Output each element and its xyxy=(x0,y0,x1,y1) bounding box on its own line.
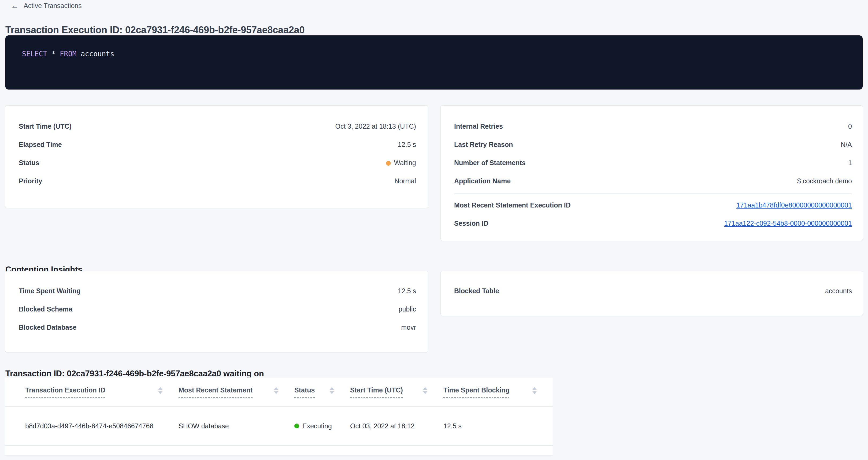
application-name-row: Application Name $ cockroach demo xyxy=(454,172,852,190)
row-label: Internal Retries xyxy=(454,123,503,130)
row-label: Status xyxy=(19,159,39,167)
status-text: Waiting xyxy=(394,159,416,167)
row-label: Number of Statements xyxy=(454,159,526,167)
cell-status: Executing xyxy=(294,422,350,430)
status-row: Status Waiting xyxy=(19,154,416,172)
statement-execution-id-link[interactable]: 171aa1b478fdf0e80000000000000001 xyxy=(736,202,852,209)
sort-arrows-icon[interactable] xyxy=(532,387,537,394)
card-divider xyxy=(454,193,852,193)
transaction-details-page: ← Active Transactions Transaction Execut… xyxy=(0,0,868,460)
sql-keyword: FROM xyxy=(60,50,77,58)
row-value: Oct 3, 2022 at 18:13 (UTC) xyxy=(335,123,416,130)
column-header-time-spent-blocking[interactable]: Time Spent Blocking xyxy=(443,386,553,398)
column-header-label[interactable]: Time Spent Blocking xyxy=(443,386,509,398)
time-spent-blocking-value: 12.5 s xyxy=(443,422,462,430)
column-header-label[interactable]: Status xyxy=(294,386,315,398)
row-value: accounts xyxy=(825,287,852,295)
start-time-row: Start Time (UTC) Oct 3, 2022 at 18:13 (U… xyxy=(19,117,416,135)
page-title: Transaction Execution ID: 02ca7931-f246-… xyxy=(5,25,305,36)
blocked-table-row: Blocked Table accounts xyxy=(454,282,852,300)
back-link-label: Active Transactions xyxy=(24,2,82,9)
row-label: Time Spent Waiting xyxy=(19,287,81,295)
cell-most-recent-statement: SHOW database xyxy=(179,422,294,430)
column-header-transaction-execution-id[interactable]: Transaction Execution ID xyxy=(5,386,179,398)
row-label: Most Recent Statement Execution ID xyxy=(454,202,571,209)
column-header-label[interactable]: Transaction Execution ID xyxy=(25,386,105,398)
blocked-database-row: Blocked Database movr xyxy=(19,318,416,337)
session-id-link[interactable]: 171aa122-c092-54b8-0000-000000000001 xyxy=(724,220,852,227)
transaction-metadata-card: Internal Retries 0 Last Retry Reason N/A… xyxy=(441,105,863,241)
row-value: Normal xyxy=(394,178,416,185)
sql-text: * xyxy=(47,50,60,58)
row-value: 12.5 s xyxy=(398,141,416,149)
most-recent-statement-execution-id-row: Most Recent Statement Execution ID 171aa… xyxy=(454,196,852,214)
blocked-schema-row: Blocked Schema public xyxy=(19,300,416,318)
cell-time-spent-blocking: 12.5 s xyxy=(443,422,553,430)
row-value: public xyxy=(399,306,416,313)
column-header-label[interactable]: Start Time (UTC) xyxy=(350,386,403,398)
transaction-summary-card: Start Time (UTC) Oct 3, 2022 at 18:13 (U… xyxy=(5,105,428,208)
table-row: b8d7d03a-d497-446b-8474-e50846674768 SHO… xyxy=(5,407,553,446)
row-label: Blocked Schema xyxy=(19,306,72,313)
status-text: Executing xyxy=(302,422,332,430)
sql-keyword: SELECT xyxy=(22,50,47,58)
back-to-active-transactions-link[interactable]: ← Active Transactions xyxy=(11,2,82,10)
row-label: Session ID xyxy=(454,220,488,227)
row-value: 12.5 s xyxy=(398,287,416,295)
row-label: Blocked Table xyxy=(454,287,499,295)
time-spent-waiting-row: Time Spent Waiting 12.5 s xyxy=(19,282,416,300)
row-label: Application Name xyxy=(454,178,511,185)
cell-transaction-execution-id: b8d7d03a-d497-446b-8474-e50846674768 xyxy=(5,422,179,430)
sort-arrows-icon[interactable] xyxy=(330,387,334,394)
column-header-most-recent-statement[interactable]: Most Recent Statement xyxy=(179,386,294,398)
column-header-start-time[interactable]: Start Time (UTC) xyxy=(350,386,443,398)
cell-start-time: Oct 03, 2022 at 18:12 xyxy=(350,422,443,430)
sql-statement-box: SELECT * FROM accounts xyxy=(5,35,863,90)
waiting-status-dot-icon xyxy=(386,160,391,165)
row-value: 0 xyxy=(848,123,852,130)
back-arrow-icon: ← xyxy=(11,2,19,10)
column-header-label[interactable]: Most Recent Statement xyxy=(179,386,252,398)
last-retry-reason-row: Last Retry Reason N/A xyxy=(454,135,852,154)
session-id-row: Session ID 171aa122-c092-54b8-0000-00000… xyxy=(454,214,852,233)
row-label: Priority xyxy=(19,178,42,185)
table-header-row: Transaction Execution ID Most Recent Sta… xyxy=(5,377,553,407)
executing-status-dot-icon xyxy=(294,424,299,428)
start-time-value: Oct 03, 2022 at 18:12 xyxy=(350,422,414,430)
contention-details-card: Time Spent Waiting 12.5 s Blocked Schema… xyxy=(5,271,428,352)
internal-retries-row: Internal Retries 0 xyxy=(454,117,852,135)
sql-statement: SELECT * FROM accounts xyxy=(22,50,114,58)
status-value: Waiting xyxy=(386,159,416,167)
row-value: N/A xyxy=(841,141,852,149)
row-value: $ cockroach demo xyxy=(797,178,852,185)
sort-arrows-icon[interactable] xyxy=(158,387,162,394)
most-recent-statement-value: SHOW database xyxy=(179,422,229,430)
row-value: 1 xyxy=(848,159,852,167)
blocked-table-card: Blocked Table accounts xyxy=(441,271,863,316)
sql-text: accounts xyxy=(77,50,115,58)
row-label: Start Time (UTC) xyxy=(19,123,71,130)
column-header-status[interactable]: Status xyxy=(294,386,350,398)
row-label: Blocked Database xyxy=(19,324,76,331)
priority-row: Priority Normal xyxy=(19,172,416,190)
row-label: Last Retry Reason xyxy=(454,141,513,149)
elapsed-time-row: Elapsed Time 12.5 s xyxy=(19,135,416,154)
number-of-statements-row: Number of Statements 1 xyxy=(454,154,852,172)
waiting-on-heading: Transaction ID: 02ca7931-f246-469b-b2fe-… xyxy=(5,369,264,378)
row-value: movr xyxy=(401,324,416,331)
row-label: Elapsed Time xyxy=(19,141,62,149)
txn-execution-id-value: b8d7d03a-d497-446b-8474-e50846674768 xyxy=(25,422,153,430)
waiting-on-table: Transaction Execution ID Most Recent Sta… xyxy=(5,377,553,455)
sort-arrows-icon[interactable] xyxy=(423,387,427,394)
sort-arrows-icon[interactable] xyxy=(274,387,278,394)
